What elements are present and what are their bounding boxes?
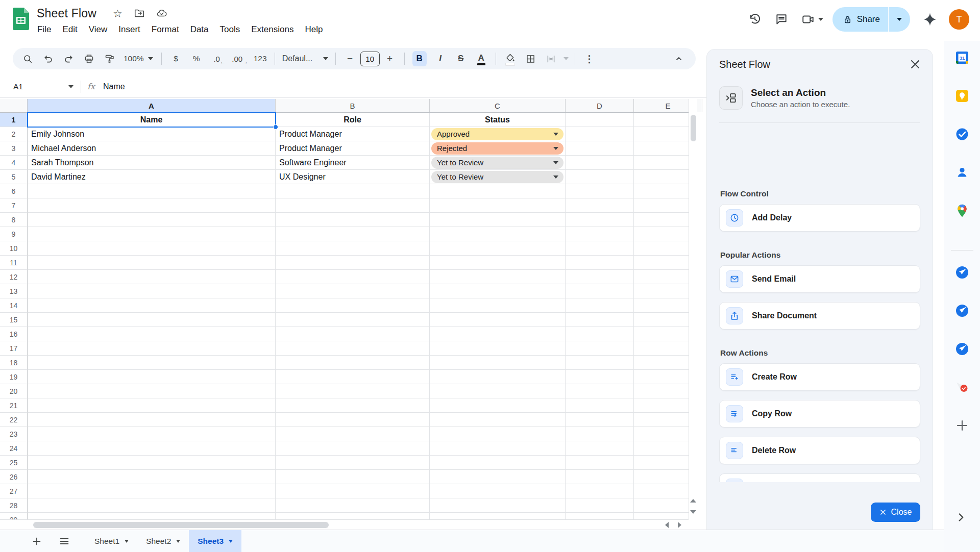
- cell-E7[interactable]: [634, 198, 697, 212]
- cell-A14[interactable]: [28, 298, 276, 312]
- cell-A8[interactable]: [28, 213, 276, 227]
- cell-B18[interactable]: [276, 356, 430, 369]
- cell-D12[interactable]: [566, 270, 634, 284]
- bold-button[interactable]: B: [412, 51, 427, 66]
- paint-format-button[interactable]: [103, 51, 116, 66]
- cell-D24[interactable]: [566, 441, 634, 455]
- keep-icon[interactable]: [954, 88, 970, 104]
- addon-rocket-icon[interactable]: [954, 265, 970, 280]
- cell-D5[interactable]: [566, 170, 634, 184]
- sheets-logo-icon[interactable]: [13, 8, 29, 30]
- scroll-down-button[interactable]: [690, 510, 697, 517]
- cell-D20[interactable]: [566, 384, 634, 398]
- cell-D19[interactable]: [566, 370, 634, 384]
- cell-C1[interactable]: Status: [430, 113, 566, 127]
- merge-cells-button[interactable]: [545, 51, 558, 66]
- cell-B1[interactable]: Role: [276, 113, 430, 127]
- share-button[interactable]: Share: [832, 7, 910, 32]
- videocam-dropdown-icon[interactable]: [818, 18, 823, 21]
- font-size-field[interactable]: 10: [360, 52, 380, 66]
- scroll-right-button[interactable]: [678, 522, 684, 529]
- cell-C17[interactable]: [430, 341, 566, 355]
- fill-color-button[interactable]: [504, 51, 517, 66]
- action-card-move-row[interactable]: Move Row: [719, 473, 920, 482]
- cell-C14[interactable]: [430, 298, 566, 312]
- cell-C18[interactable]: [430, 356, 566, 369]
- row-header-20[interactable]: 20: [0, 384, 28, 398]
- italic-button[interactable]: I: [434, 51, 447, 66]
- cell-E1[interactable]: [634, 113, 697, 127]
- cell-C7[interactable]: [430, 198, 566, 212]
- font-family-select[interactable]: Defaul...: [282, 54, 328, 63]
- horizontal-scroll-thumb[interactable]: [33, 522, 329, 528]
- cell-C25[interactable]: [430, 456, 566, 469]
- action-card-add-delay[interactable]: Add Delay: [719, 204, 920, 232]
- cell-E10[interactable]: [634, 241, 697, 255]
- cell-B27[interactable]: [276, 484, 430, 498]
- action-card-create-row[interactable]: Create Row: [719, 363, 920, 391]
- cell-B19[interactable]: [276, 370, 430, 384]
- row-header-12[interactable]: 12: [0, 270, 28, 284]
- vertical-scrollbar[interactable]: [689, 99, 697, 519]
- cell-D17[interactable]: [566, 341, 634, 355]
- cell-D25[interactable]: [566, 456, 634, 469]
- cell-B2[interactable]: Product Manager: [276, 127, 430, 141]
- row-header-3[interactable]: 3: [0, 141, 28, 156]
- cell-B10[interactable]: [276, 241, 430, 255]
- status-chip[interactable]: Yet to Review: [431, 157, 564, 169]
- action-card-delete-row[interactable]: Delete Row: [719, 437, 920, 464]
- status-chip[interactable]: Yet to Review: [431, 171, 564, 183]
- cell-E4[interactable]: [634, 156, 697, 169]
- row-header-28[interactable]: 28: [0, 498, 28, 513]
- cell-D14[interactable]: [566, 298, 634, 312]
- text-color-button[interactable]: A: [475, 51, 488, 66]
- cell-D21[interactable]: [566, 398, 634, 412]
- cell-C5[interactable]: Yet to Review: [430, 170, 566, 184]
- column-header-B[interactable]: B: [276, 99, 430, 112]
- cell-A10[interactable]: [28, 241, 276, 255]
- name-box[interactable]: A1: [0, 82, 74, 91]
- cell-B28[interactable]: [276, 498, 430, 512]
- cell-D4[interactable]: [566, 156, 634, 169]
- increase-decimal-button[interactable]: .00→: [231, 51, 244, 66]
- cell-E24[interactable]: [634, 441, 697, 455]
- cell-C8[interactable]: [430, 213, 566, 227]
- cell-D6[interactable]: [566, 184, 634, 198]
- cell-C11[interactable]: [430, 256, 566, 269]
- more-options-button[interactable]: ⋮: [583, 51, 596, 66]
- column-header-D[interactable]: D: [566, 99, 634, 112]
- cell-A9[interactable]: [28, 227, 276, 241]
- horizontal-scrollbar[interactable]: [0, 519, 689, 530]
- cell-E22[interactable]: [634, 413, 697, 426]
- cell-A3[interactable]: Michael Anderson: [28, 141, 276, 155]
- row-header-23[interactable]: 23: [0, 427, 28, 441]
- tasks-icon[interactable]: [954, 127, 970, 142]
- menu-help[interactable]: Help: [300, 23, 327, 36]
- cell-A26[interactable]: [28, 470, 276, 484]
- cell-C20[interactable]: [430, 384, 566, 398]
- cell-B14[interactable]: [276, 298, 430, 312]
- expand-panel-chevron-icon[interactable]: [954, 511, 968, 524]
- cell-E27[interactable]: [634, 484, 697, 498]
- column-header-A[interactable]: A: [28, 99, 276, 112]
- cell-B15[interactable]: [276, 313, 430, 327]
- search-icon[interactable]: [21, 51, 34, 66]
- cell-C28[interactable]: [430, 498, 566, 512]
- vertical-scroll-thumb[interactable]: [691, 115, 696, 141]
- cell-D15[interactable]: [566, 313, 634, 327]
- all-sheets-menu-icon[interactable]: [56, 533, 72, 549]
- menu-edit[interactable]: Edit: [58, 23, 82, 36]
- cell-A23[interactable]: [28, 427, 276, 441]
- row-header-29[interactable]: 29: [0, 513, 28, 519]
- print-button[interactable]: [82, 51, 95, 66]
- cell-A7[interactable]: [28, 198, 276, 212]
- cell-D8[interactable]: [566, 213, 634, 227]
- maps-icon[interactable]: [954, 203, 970, 218]
- action-card-share-document[interactable]: Share Document: [719, 302, 920, 330]
- row-header-26[interactable]: 26: [0, 470, 28, 484]
- cell-B3[interactable]: Product Manager: [276, 141, 430, 155]
- cell-A4[interactable]: Sarah Thompson: [28, 156, 276, 169]
- decrease-font-size-button[interactable]: −: [344, 51, 357, 66]
- cell-B5[interactable]: UX Designer: [276, 170, 430, 184]
- row-header-13[interactable]: 13: [0, 284, 28, 298]
